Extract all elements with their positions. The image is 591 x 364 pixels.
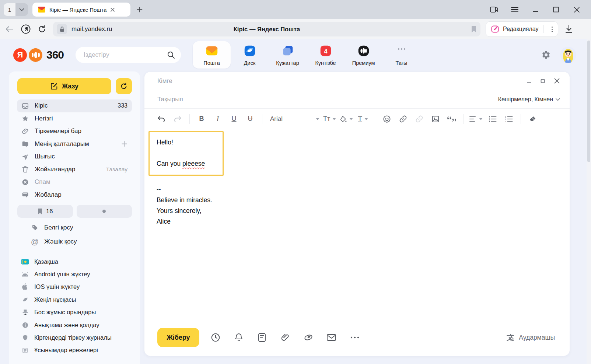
- service-mail[interactable]: Пошта: [193, 41, 231, 69]
- clear-formatting-button[interactable]: [525, 113, 541, 125]
- tab-close-icon[interactable]: [110, 7, 115, 12]
- sidebar-folder-drafts[interactable]: Жобалар: [17, 189, 132, 202]
- schedule-send-button[interactable]: [204, 328, 227, 347]
- quote-button[interactable]: [444, 113, 460, 125]
- sidebar-folder-spam[interactable]: Спам: [17, 176, 132, 189]
- attach-from-disk-button[interactable]: [297, 328, 320, 347]
- compose-expand-button[interactable]: [541, 79, 545, 83]
- more-options-button[interactable]: [343, 328, 366, 347]
- numbered-list-button[interactable]: 123: [501, 113, 517, 125]
- bold-button[interactable]: B: [193, 113, 210, 125]
- subject-input[interactable]: [157, 95, 498, 104]
- lock-glyph: [60, 27, 64, 32]
- add-folder-button[interactable]: [121, 141, 127, 147]
- clear-trash-button[interactable]: Тазалау: [106, 166, 127, 173]
- vacancies-link[interactable]: Бос жұмыс орындары: [17, 306, 132, 319]
- status-dot-pill[interactable]: [77, 205, 132, 218]
- search-input[interactable]: [83, 51, 167, 59]
- divider: [521, 114, 521, 124]
- service-calendar[interactable]: 4 Күнтізбе: [307, 41, 345, 69]
- bullet-list-button[interactable]: [485, 113, 501, 125]
- window-close-button[interactable]: [572, 5, 581, 14]
- active-tab[interactable]: Кіріс — Яндекс Пошта: [32, 3, 130, 17]
- cc-from-toggle[interactable]: Көшірмелер, Кімнен: [498, 96, 560, 103]
- help-support-link[interactable]: Анықтама және қолдау: [17, 319, 132, 331]
- align-dropdown[interactable]: [468, 113, 485, 125]
- highlight-color-dropdown[interactable]: [338, 113, 355, 125]
- search-icon[interactable]: [167, 51, 175, 59]
- sidebar-folder-trash[interactable]: Жойылғандар Тазалау: [17, 163, 132, 176]
- sidebar-folder-inbox[interactable]: Кіріс 333: [17, 99, 132, 112]
- recommendation-rules-link[interactable]: Ұсынымдар ережелері: [17, 344, 132, 357]
- ios-download-link[interactable]: IOS үшін жүктеу: [17, 281, 132, 293]
- edit-more-button[interactable]: [549, 27, 556, 32]
- emoji-button[interactable]: [379, 113, 395, 125]
- address-bar[interactable]: mail.yandex.ru Кіріс — Яндекс Пошта: [53, 22, 480, 36]
- translator-button[interactable]: Аудармашы: [506, 333, 555, 342]
- browser-menu-button[interactable]: [510, 5, 520, 14]
- message-body[interactable]: Hello! Can you pleeese -- Believe in mir…: [144, 129, 570, 323]
- undo-button[interactable]: [153, 113, 169, 125]
- scrollbar-thumb[interactable]: [587, 41, 590, 162]
- highlighted-text-box[interactable]: Hello! Can you pleeese: [148, 131, 224, 176]
- compose-minimize-button[interactable]: [526, 78, 532, 84]
- language-link[interactable]: Қазақша: [17, 255, 132, 268]
- attach-from-mail-button[interactable]: [320, 328, 343, 347]
- android-download-link[interactable]: Android үшін жүктеу: [17, 268, 132, 280]
- service-more[interactable]: Тағы: [382, 41, 420, 69]
- attach-file-button[interactable]: [273, 328, 297, 347]
- sidebar-folder-my-folders[interactable]: Менің қалталарым: [17, 138, 132, 151]
- bookmark-flag-icon[interactable]: [471, 25, 477, 33]
- underline-button[interactable]: U: [226, 113, 242, 125]
- font-family-dropdown[interactable]: Arial: [266, 113, 321, 125]
- add-tag-button[interactable]: Белгі қосу: [17, 221, 132, 235]
- tab-counter-button[interactable]: 1: [4, 3, 15, 16]
- insert-link-button[interactable]: [395, 113, 411, 125]
- login-journal-link[interactable]: Кіргендерді тіркеу журналы: [17, 331, 132, 344]
- mail-sidebar: Жазу Кіріс 333 Негізгі Тіркемелері бар М…: [9, 71, 140, 364]
- template-button[interactable]: [250, 328, 273, 347]
- avatar[interactable]: [560, 47, 576, 63]
- to-input[interactable]: [157, 77, 526, 85]
- text-color-dropdown[interactable]: T: [355, 113, 371, 125]
- add-mailbox-button[interactable]: @ Жәшік қосу: [17, 235, 132, 249]
- remove-link-button[interactable]: [411, 113, 427, 125]
- italic-button[interactable]: I: [210, 113, 226, 125]
- insert-image-button[interactable]: [427, 113, 444, 125]
- folder-icon: [21, 140, 29, 148]
- bookmarks-pill[interactable]: 16: [17, 205, 73, 218]
- service-disk[interactable]: Диск: [231, 41, 269, 69]
- refresh-button[interactable]: [116, 78, 132, 94]
- notify-button[interactable]: [227, 328, 250, 347]
- yandex-browser-button[interactable]: [19, 22, 32, 36]
- light-version-link[interactable]: Жеңіл нұсқасы: [17, 293, 132, 306]
- service-premium[interactable]: Премиум: [345, 41, 382, 69]
- reload-button[interactable]: [35, 22, 49, 36]
- window-minimize-button[interactable]: [531, 5, 540, 14]
- search-bar[interactable]: [76, 47, 181, 63]
- strikethrough-button[interactable]: U: [242, 113, 258, 125]
- page-scrollbar[interactable]: [587, 39, 591, 364]
- downloads-button[interactable]: [565, 25, 573, 34]
- svg-text:2: 2: [505, 118, 506, 120]
- window-maximize-button[interactable]: [551, 5, 561, 14]
- sidebar-folder-with-attachments[interactable]: Тіркемелері бар: [17, 125, 132, 138]
- compose-button[interactable]: Жазу: [17, 78, 111, 94]
- redo-button[interactable]: [169, 113, 186, 125]
- service-docs[interactable]: Құжаттар: [269, 41, 307, 69]
- sidebar-folder-sent[interactable]: Шығыс: [17, 150, 132, 163]
- compose-close-button[interactable]: [554, 78, 560, 84]
- send-button[interactable]: Жіберу: [157, 328, 199, 347]
- new-tab-button[interactable]: [133, 3, 146, 16]
- settings-button[interactable]: [541, 50, 551, 60]
- sidebar-panels-button[interactable]: [489, 5, 499, 14]
- font-size-dropdown[interactable]: Tт: [321, 113, 338, 125]
- tab-list-chevron-button[interactable]: [15, 3, 28, 16]
- back-button[interactable]: [3, 22, 16, 36]
- sidebar-folder-main[interactable]: Негізгі: [17, 112, 132, 125]
- service-label: Күнтізбе: [315, 60, 336, 66]
- y360-ovals-icon: [29, 48, 42, 62]
- yandex360-logo[interactable]: Я 360: [13, 48, 64, 62]
- edit-page-button[interactable]: Редакциялау: [486, 21, 558, 37]
- lock-icon[interactable]: [57, 24, 67, 34]
